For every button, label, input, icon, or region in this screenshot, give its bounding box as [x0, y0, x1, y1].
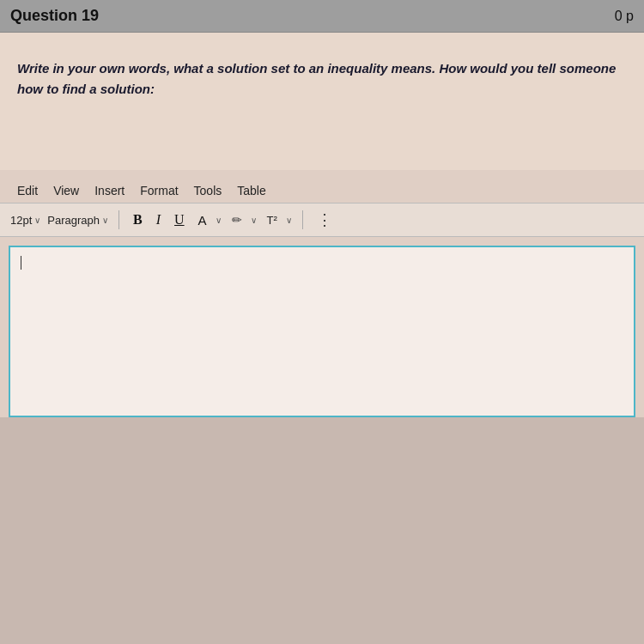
editor-container: Edit View Insert Format Tools Table 12pt…	[0, 170, 644, 417]
header-bar: Question 19 0 p	[0, 0, 644, 33]
highlight-group: ✏ ∨	[228, 211, 257, 228]
more-options-button[interactable]: ⋮	[313, 209, 337, 231]
question-text: Write in your own words, what a solution…	[17, 58, 627, 100]
menu-tools[interactable]: Tools	[194, 184, 222, 197]
text-color-group: A ∨	[195, 211, 222, 229]
menu-format[interactable]: Format	[140, 184, 178, 197]
menu-table[interactable]: Table	[237, 184, 265, 197]
paragraph-selector[interactable]: Paragraph ∨	[47, 214, 108, 227]
toolbar: 12pt ∨ Paragraph ∨ B I U	[0, 204, 644, 237]
underline-button[interactable]: U	[171, 210, 188, 229]
text-editor-area[interactable]	[9, 246, 635, 417]
italic-button[interactable]: I	[153, 210, 164, 229]
highlight-button[interactable]: ✏	[228, 211, 246, 228]
menu-bar: Edit View Insert Format Tools Table	[0, 179, 644, 204]
main-content: Write in your own words, what a solution…	[0, 33, 644, 170]
highlight-chevron[interactable]: ∨	[251, 216, 257, 225]
menu-edit[interactable]: Edit	[17, 184, 38, 197]
points-label: 0 p	[615, 9, 634, 24]
paragraph-value: Paragraph	[47, 214, 100, 227]
font-size-value: 12pt	[10, 214, 32, 227]
font-size-chevron: ∨	[34, 216, 40, 225]
superscript-group: T² ∨	[264, 212, 292, 228]
superscript-button[interactable]: T²	[264, 212, 281, 228]
question-title: Question 19	[10, 7, 99, 25]
menu-view[interactable]: View	[53, 184, 79, 197]
toolbar-divider-2	[302, 210, 303, 229]
bold-button[interactable]: B	[130, 210, 146, 229]
font-size-selector[interactable]: 12pt ∨	[10, 214, 40, 227]
superscript-chevron[interactable]: ∨	[286, 216, 292, 225]
paragraph-chevron: ∨	[102, 216, 108, 225]
text-color-button[interactable]: A	[195, 211, 210, 229]
text-color-chevron[interactable]: ∨	[216, 216, 222, 225]
page-container: Question 19 0 p Write in your own words,…	[0, 0, 644, 644]
menu-insert[interactable]: Insert	[94, 184, 125, 197]
toolbar-divider-1	[118, 210, 119, 229]
text-cursor	[21, 256, 21, 270]
